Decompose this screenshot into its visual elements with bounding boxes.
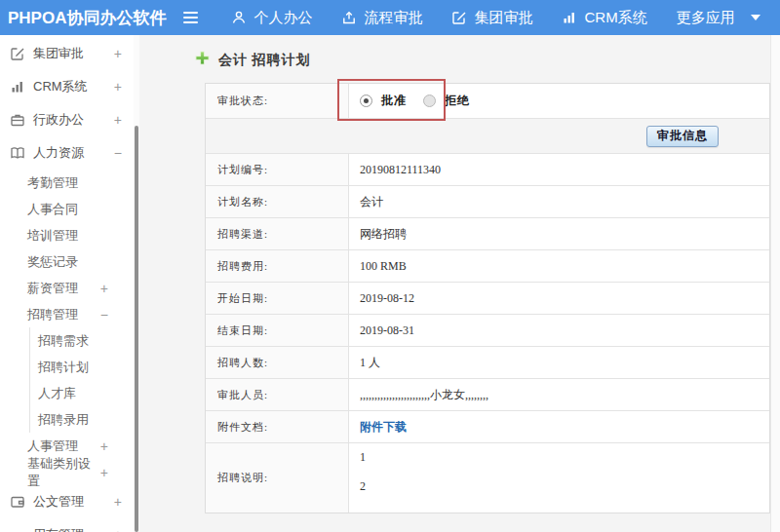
sidebar-item-label: 基础类别设置	[27, 455, 100, 490]
bar-chart-icon	[10, 79, 25, 95]
edit-square-icon	[10, 46, 25, 61]
field-label: 计划名称:	[206, 186, 349, 217]
sidebar-item-crm-system[interactable]: CRM系统 +	[0, 70, 134, 103]
sidebar-item-recruit-plan[interactable]: 招聘计划	[30, 354, 134, 380]
sidebar-item-label: 人才库	[38, 385, 76, 402]
folder-icon	[10, 494, 25, 510]
expand-plus-icon[interactable]: +	[114, 47, 122, 60]
field-label: 结束日期:	[206, 315, 349, 346]
sidebar: 集团审批 + CRM系统 + 行政办公 + 人力资源 − 考勤管理	[0, 35, 134, 532]
sidebar-item-label: 用车管理	[33, 526, 84, 532]
expand-plus-icon[interactable]: +	[114, 528, 122, 532]
edit-square-icon	[451, 10, 467, 25]
nav-crm-system[interactable]: CRM系统	[562, 9, 646, 27]
expand-plus-icon[interactable]: +	[114, 495, 122, 509]
table-row-headcount: 招聘人数: 1 人	[206, 347, 769, 379]
table-row-actions: 审批信息	[206, 119, 769, 154]
expand-plus-icon[interactable]: +	[100, 466, 108, 479]
sidebar-item-training-mgmt[interactable]: 培训管理	[0, 222, 134, 248]
nav-group-approval[interactable]: 集团审批	[451, 9, 532, 27]
field-value: 100 RMB	[349, 250, 769, 282]
sidebar-item-recruit-mgmt[interactable]: 招聘管理 −	[0, 301, 134, 327]
sidebar-item-recruit-demand[interactable]: 招聘需求	[30, 327, 134, 354]
sidebar-item-label: 招聘需求	[38, 332, 89, 350]
field-value: 网络招聘	[349, 218, 769, 249]
sidebar-item-recruit-hire[interactable]: 招聘录用	[30, 406, 134, 433]
sidebar-item-talent-pool[interactable]: 人才库	[30, 380, 134, 406]
table-row-recruit-channel: 招聘渠道: 网络招聘	[206, 218, 769, 250]
book-icon	[10, 145, 25, 161]
field-value: ,,,,,,,,,,,,,,,,,,,,,,,,小龙女,,,,,,,,	[349, 379, 769, 410]
sidebar-item-label: 人力资源	[33, 144, 84, 162]
field-value: 1 2	[349, 443, 769, 513]
person-icon	[231, 10, 247, 25]
table-row-end-date: 结束日期: 2019-08-31	[206, 315, 769, 347]
field-label: 审批人员:	[206, 379, 349, 410]
expand-plus-icon[interactable]: +	[114, 80, 122, 94]
sidebar-item-document-mgmt[interactable]: 公文管理 +	[0, 485, 134, 518]
sidebar-item-attendance-mgmt[interactable]: 考勤管理	[0, 170, 134, 196]
field-label: 审批状态:	[206, 84, 349, 118]
sidebar-item-group-approval[interactable]: 集团审批 +	[0, 37, 134, 70]
nav-personal-office[interactable]: 个人办公	[231, 9, 312, 27]
approval-info-button[interactable]: 审批信息	[646, 126, 719, 147]
description-line: 1	[360, 450, 366, 465]
table-row-approval-status: 审批状态: 批准 拒绝	[206, 84, 769, 119]
expand-plus-icon[interactable]: +	[114, 113, 122, 127]
approval-radio-group: 批准 拒绝	[360, 93, 478, 109]
sidebar-item-human-resources[interactable]: 人力资源 −	[0, 136, 134, 170]
field-value: 2019-08-12	[349, 283, 769, 314]
scrollbar-thumb[interactable]	[135, 126, 138, 532]
recruit-submenu: 招聘需求 招聘计划 人才库 招聘录用	[29, 327, 134, 433]
approve-radio[interactable]	[360, 95, 372, 107]
top-header: PHPOA协同办公软件 个人办公 流程审批	[0, 0, 780, 35]
nav-label: 个人办公	[254, 9, 312, 27]
nav-label: CRM系统	[584, 9, 646, 27]
collapse-minus-icon[interactable]: −	[114, 146, 122, 160]
approve-radio-label[interactable]: 批准	[381, 93, 407, 109]
field-label: 招聘说明:	[206, 443, 349, 513]
nav-label: 集团审批	[474, 9, 532, 27]
field-value: 1 人	[349, 347, 769, 378]
briefcase-icon	[10, 112, 25, 128]
nav-label: 更多应用	[677, 9, 735, 27]
sidebar-item-label: 人事合同	[27, 201, 78, 218]
sidebar-item-rewards-records[interactable]: 奖惩记录	[0, 248, 134, 275]
hamburger-menu-icon[interactable]	[179, 8, 202, 27]
field-label: 招聘人数:	[206, 347, 349, 378]
sidebar-item-label: 招聘计划	[38, 359, 89, 376]
nav-flow-approval[interactable]: 流程审批	[341, 9, 422, 27]
attachment-download-link[interactable]: 附件下载	[360, 419, 407, 436]
sidebar-item-label: 考勤管理	[27, 174, 78, 192]
top-navigation: 个人办公 流程审批 集团审批	[202, 9, 760, 27]
main-content: 会计 招聘计划 审批状态: 批准 拒绝 审批信息 计划编号: 201908121…	[139, 35, 780, 532]
reject-radio-label[interactable]: 拒绝	[445, 93, 470, 109]
sidebar-item-label: 招聘录用	[38, 411, 89, 429]
field-label: 招聘费用:	[206, 250, 349, 282]
flow-approval-icon	[341, 10, 357, 25]
table-row-start-date: 开始日期: 2019-08-12	[206, 283, 769, 315]
reject-radio[interactable]	[423, 95, 436, 107]
sidebar-item-salary-mgmt[interactable]: 薪资管理 +	[0, 275, 134, 301]
sidebar-item-label: 奖惩记录	[27, 253, 78, 271]
field-label: 开始日期:	[206, 283, 349, 314]
table-row-approvers: 审批人员: ,,,,,,,,,,,,,,,,,,,,,,,,小龙女,,,,,,,…	[206, 379, 769, 411]
sidebar-item-vehicle-mgmt[interactable]: 用车管理 +	[0, 518, 134, 532]
table-row-attachment: 附件文档: 附件下载	[206, 411, 769, 443]
nav-more-apps[interactable]: 更多应用	[677, 9, 760, 27]
expand-plus-icon[interactable]: +	[100, 282, 108, 295]
sidebar-item-label: 人事管理	[27, 437, 78, 455]
sidebar-item-label: 公文管理	[33, 493, 84, 511]
field-label: 计划编号:	[206, 154, 349, 185]
description-line: 2	[360, 479, 366, 494]
sidebar-item-hr-contract[interactable]: 人事合同	[0, 196, 134, 222]
table-row-recruit-description: 招聘说明: 1 2	[206, 443, 769, 513]
page-scrollbar-track[interactable]	[770, 35, 780, 532]
sidebar-item-base-category-settings[interactable]: 基础类别设置 +	[0, 459, 134, 485]
app-logo[interactable]: PHPOA协同办公软件	[0, 7, 166, 29]
green-plus-icon	[195, 51, 210, 69]
nav-label: 流程审批	[364, 9, 422, 27]
sidebar-item-admin-office[interactable]: 行政办公 +	[0, 103, 134, 136]
collapse-minus-icon[interactable]: −	[100, 308, 108, 322]
expand-plus-icon[interactable]: +	[100, 439, 108, 453]
